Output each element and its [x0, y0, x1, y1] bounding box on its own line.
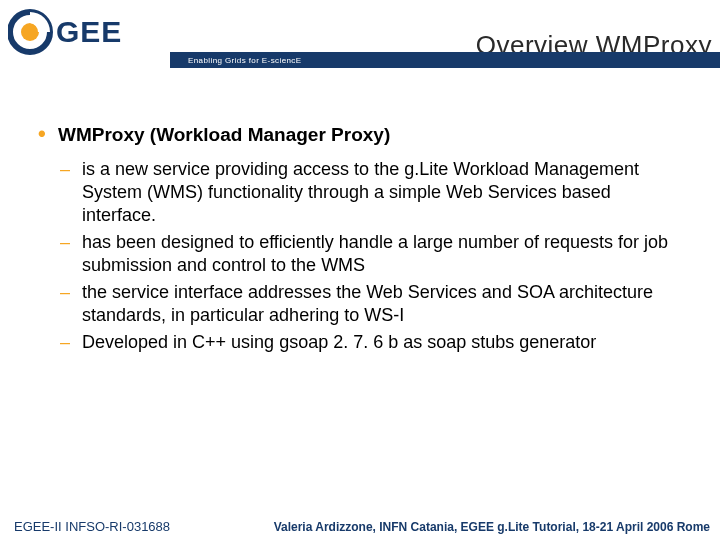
tagline-bar: Enabling Grids for E-sciencE: [170, 52, 720, 68]
slide-header: GEE Overview WMProxy Enabling Grids for …: [0, 0, 720, 68]
sub-bullet: Developed in C++ using gsoap 2. 7. 6 b a…: [58, 331, 684, 354]
footer-right: Valeria Ardizzone, INFN Catania, EGEE g.…: [274, 520, 710, 534]
sub-bullet: is a new service providing access to the…: [58, 158, 684, 227]
slide-body: WMProxy (Workload Manager Proxy) is a ne…: [0, 68, 720, 354]
sub-bullet-list: is a new service providing access to the…: [58, 158, 684, 354]
tagline-text: Enabling Grids for E-sciencE: [188, 56, 301, 65]
sub-bullet: the service interface addresses the Web …: [58, 281, 684, 327]
footer-left: EGEE-II INFSO-RI-031688: [14, 519, 170, 534]
sub-bullet: has been designed to efficiently handle …: [58, 231, 684, 277]
slide-footer: EGEE-II INFSO-RI-031688 Valeria Ardizzon…: [0, 510, 720, 540]
bullet-heading-text: WMProxy (Workload Manager Proxy): [58, 124, 390, 145]
bullet-heading: WMProxy (Workload Manager Proxy) is a ne…: [36, 124, 684, 354]
